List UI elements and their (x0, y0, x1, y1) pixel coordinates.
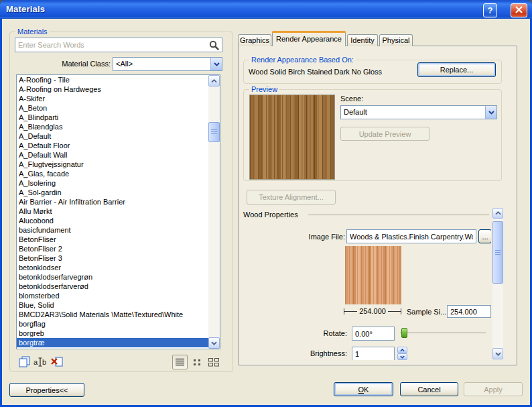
image-file-label: Image File: (243, 233, 345, 241)
list-item[interactable]: A_Default (17, 131, 220, 141)
based-on-value: Wood Solid Birch Stained Dark No Gloss (249, 68, 382, 76)
list-item[interactable]: A_Isolering (17, 178, 220, 188)
list-item[interactable]: A_Flugtvejssignatur (17, 160, 220, 169)
list-item[interactable]: borgflag (17, 319, 220, 329)
titlebar[interactable]: Materials ? (0, 0, 532, 19)
list-item[interactable]: basicfundament (17, 225, 220, 235)
properties-toggle-button[interactable]: Properties<< (9, 383, 84, 397)
list-item[interactable]: borgreb (17, 329, 220, 338)
list-item[interactable]: A_Default Floor (17, 141, 220, 150)
scroll-up-button[interactable] (492, 208, 503, 219)
chevron-down-icon (400, 355, 405, 359)
chevron-down-icon (214, 62, 220, 66)
apply-button[interactable]: Apply (464, 382, 523, 396)
material-class-dropdown[interactable]: <All> (113, 57, 222, 71)
list-item[interactable]: BMCD2AR3\Solid Materials \Matte\Textured… (17, 310, 220, 319)
list-item[interactable]: BetonFliser 3 (17, 253, 220, 263)
chevron-down-icon (495, 352, 501, 356)
sample-size-label: Sample Si... (407, 308, 446, 316)
scroll-down-button[interactable] (208, 337, 220, 349)
view-large-icons-button[interactable] (206, 355, 222, 369)
materials-group-label: Materials (15, 27, 50, 36)
material-class-dropdown-button[interactable] (210, 58, 222, 70)
list-item[interactable]: A_Default Wall (17, 150, 220, 160)
spinner-down-button[interactable] (397, 353, 407, 360)
list-item[interactable]: A_Sol-gardin (17, 188, 220, 197)
width-dimension-value: 254.000 (357, 308, 388, 315)
list-item[interactable]: BetonFliser (17, 235, 220, 244)
list-item[interactable]: Blue, Solid (17, 300, 220, 310)
scrollbar-thumb[interactable] (208, 122, 220, 142)
list-item[interactable]: Allu Mørkt (17, 207, 220, 216)
list-item[interactable]: Air Barrier - Air Infiltration Barrier (17, 197, 220, 207)
scene-dropdown[interactable]: Default (340, 105, 497, 119)
tab-render-appearance[interactable]: Render Appearance (272, 31, 346, 46)
spinner-up-button[interactable] (397, 347, 407, 353)
view-list-button[interactable] (172, 355, 188, 369)
rotate-slider-track (400, 333, 486, 333)
search-input[interactable] (15, 38, 222, 52)
texture-alignment-button[interactable]: Texture Alignment... (247, 190, 336, 205)
ok-button[interactable]: OK (334, 382, 393, 396)
svg-text:a: a (34, 358, 38, 366)
materials-list-scrollbar[interactable] (208, 75, 220, 349)
rotate-slider-thumb[interactable] (401, 328, 407, 338)
rename-material-button[interactable]: a b (34, 356, 47, 369)
scene-dropdown-button[interactable] (485, 106, 496, 119)
update-preview-button[interactable]: Update Preview (340, 127, 429, 141)
close-button[interactable] (511, 3, 527, 17)
scene-value: Default (344, 108, 367, 116)
list-item[interactable]: borgtræ (17, 338, 220, 347)
list-item[interactable]: betonklodserfarverød (17, 282, 220, 291)
list-item[interactable]: A-Roofing on Hardweges (17, 84, 220, 94)
duplicate-material-button[interactable] (18, 356, 31, 369)
delete-material-button[interactable] (50, 356, 64, 369)
list-item[interactable]: Alucobond (17, 216, 220, 225)
scroll-up-button[interactable] (208, 75, 220, 86)
width-dimension: 254.000 (344, 307, 401, 315)
help-button[interactable]: ? (483, 3, 497, 17)
chevron-down-icon (488, 111, 494, 115)
rotate-label: Rotate: (283, 329, 347, 337)
rotate-input[interactable] (352, 327, 395, 341)
list-item[interactable]: A-Skifer (17, 94, 220, 103)
brightness-spinner[interactable] (397, 347, 407, 360)
list-item[interactable]: A-Roofing - Tile (17, 75, 220, 84)
materials-list[interactable]: A-Roofing - TileA-Roofing on HardwegesA-… (16, 74, 220, 349)
view-large-icons-icon (208, 358, 219, 367)
sample-size-input[interactable] (447, 305, 491, 318)
list-item[interactable]: blomsterbed (17, 291, 220, 300)
brightness-input[interactable] (352, 347, 395, 360)
rotate-slider[interactable] (400, 327, 486, 339)
chevron-up-icon (495, 211, 501, 215)
replace-button[interactable]: Replace... (417, 62, 496, 77)
list-item[interactable]: betonklodserfarvegrøn (17, 272, 220, 282)
window-title: Materials (6, 4, 45, 14)
search-icon[interactable] (209, 40, 219, 50)
view-small-icons-button[interactable] (190, 355, 204, 369)
preview-group-label: Preview (249, 85, 279, 93)
image-file-input[interactable] (346, 229, 476, 243)
ok-button-rest: K (364, 386, 369, 394)
browse-image-button[interactable]: ... (478, 229, 491, 243)
materials-dialog: Materials ? Materials Material Class: <A… (0, 0, 532, 407)
wood-properties-scrollbar[interactable] (492, 208, 503, 359)
ok-button-accel: O (358, 386, 364, 394)
tab-graphics[interactable]: Graphics (238, 34, 271, 46)
cancel-button[interactable]: Cancel (400, 382, 458, 396)
chevron-up-icon (400, 349, 405, 352)
list-item[interactable]: BetonFliser 2 (17, 244, 220, 253)
scrollbar-thumb[interactable] (492, 221, 503, 284)
view-list-icon (176, 358, 184, 366)
tab-physical[interactable]: Physical (379, 34, 413, 46)
list-item[interactable]: A_Glas, facade (17, 169, 220, 178)
list-item[interactable]: A_Beton (17, 103, 220, 113)
scroll-down-button[interactable] (492, 348, 503, 359)
list-item[interactable]: A_Blindparti (17, 113, 220, 122)
based-on-group-label: Render Appearance Based On: (249, 56, 356, 64)
material-class-value: <All> (116, 60, 133, 68)
list-item[interactable]: A_Blændglas (17, 122, 220, 131)
tab-identity[interactable]: Identity (347, 34, 378, 46)
chevron-up-icon (211, 79, 217, 83)
list-item[interactable]: betonklodser (17, 263, 220, 272)
